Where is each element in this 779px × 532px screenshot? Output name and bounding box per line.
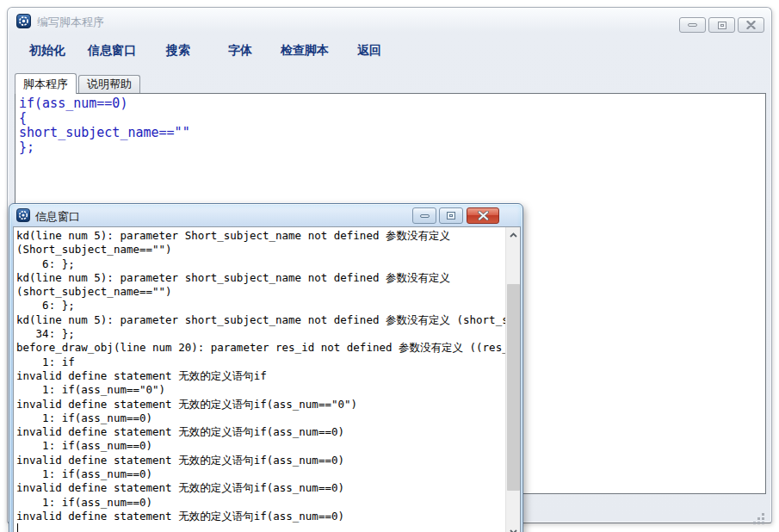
app-gear-icon [16,208,30,222]
scrollbar-thumb[interactable] [507,284,520,491]
log-line: 34: }; [16,327,506,341]
log-line: kd(line num 5): parameter Short_subject_… [16,229,506,243]
log-line: invalid define statement 无效的定义语句if(ass_n… [16,398,506,411]
vertical-scrollbar[interactable] [505,227,520,532]
menu-item-check-script[interactable]: 检查脚本 [281,43,329,59]
main-close-button[interactable] [738,17,764,33]
log-line: 1: if(ass_num==0) [16,411,506,425]
log-line: 1: if(ass_num=="0") [16,383,506,397]
maximize-icon [718,22,726,29]
main-maximize-button[interactable] [708,17,735,33]
menu-item-return[interactable]: 返回 [357,43,381,59]
minimize-icon [420,214,430,218]
log-output[interactable]: kd(line num 5): parameter Short_subject_… [14,227,506,532]
text-caret [17,523,18,532]
log-line: 1: if [16,356,506,369]
tab-help[interactable]: 说明帮助 [78,75,140,93]
info-content: kd(line num 5): parameter Short_subject_… [13,226,521,532]
log-line: before_draw_obj(line num 20): parameter … [16,341,506,355]
maximize-icon [447,212,455,220]
menu-item-search[interactable]: 搜索 [166,43,190,59]
log-line: 1: if(ass_num==0) [16,439,506,453]
log-line: kd(line num 5): parameter short_subject_… [16,271,506,285]
log-line: 6: }; [16,299,506,312]
log-caret-line [16,523,506,532]
info-maximize-button[interactable] [439,207,463,224]
log-line: 6: }; [16,257,506,271]
minimize-icon [688,23,697,27]
log-line: invalid define statement 无效的定义语句if [16,369,506,383]
tab-strip: 脚本程序 说明帮助 [15,73,142,93]
log-line: invalid define statement 无效的定义语句if(ass_n… [16,481,506,495]
log-line: invalid define statement 无效的定义语句if(ass_n… [16,510,506,523]
main-minimize-button[interactable] [679,17,706,33]
desktop: 编写脚本程序 初始化 信息窗口 搜索 字体 检查脚本 返回 脚本程序 说明帮助 [0,0,779,532]
resize-grip-icon[interactable] [762,513,764,516]
info-window-title: 信息窗口 [35,209,80,225]
log-line: (Short_subject_name=="") [16,243,506,257]
menu-item-initialize[interactable]: 初始化 [29,43,65,59]
menu-bar: 初始化 信息窗口 搜索 字体 检查脚本 返回 [8,35,771,66]
log-line: (short_subject_name=="") [16,285,506,299]
scroll-down-button[interactable] [506,524,521,532]
info-close-button[interactable] [467,207,499,224]
menu-item-font[interactable]: 字体 [228,43,252,59]
log-line: invalid define statement 无效的定义语句if(ass_n… [16,454,506,467]
info-window: 信息窗口 kd(line num 5): parameter Short_sub… [9,203,523,532]
menu-item-info-window[interactable]: 信息窗口 [88,43,136,59]
chevron-up-icon [510,232,517,238]
tab-script-program[interactable]: 脚本程序 [15,73,77,94]
log-line: 1: if(ass_num==0) [16,467,506,481]
close-icon [746,21,756,29]
main-titlebar[interactable]: 编写脚本程序 [8,8,771,34]
log-line: invalid define statement 无效的定义语句if(ass_n… [16,425,506,439]
log-line: 1: if(ass_num==0) [16,496,506,510]
app-gear-icon [16,14,31,28]
info-minimize-button[interactable] [412,207,436,224]
chevron-down-icon [510,529,517,532]
scroll-up-button[interactable] [506,227,521,242]
info-titlebar[interactable]: 信息窗口 [9,204,522,226]
close-icon [478,211,489,220]
log-line: kd(line num 5): parameter short_subject_… [16,313,506,327]
main-window-title: 编写脚本程序 [37,15,104,30]
